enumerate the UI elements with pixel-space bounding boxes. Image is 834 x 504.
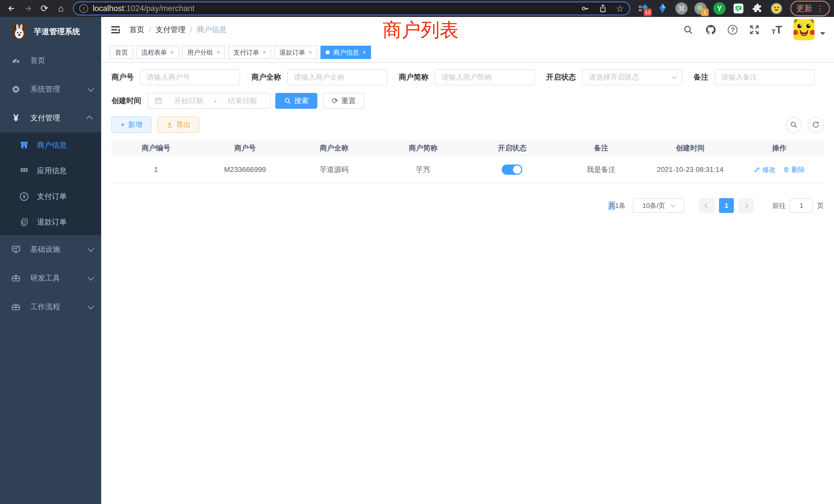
show-search-button[interactable] bbox=[786, 117, 802, 133]
merchant-table: 商户编号 商户号 商户全称 商户简称 开启状态 备注 创建时间 操作 1 M23… bbox=[111, 140, 824, 183]
search-button[interactable]: 搜索 bbox=[275, 93, 317, 109]
app-logo-row[interactable]: 芋道管理系统 bbox=[0, 17, 101, 46]
filter-label: 开启状态 bbox=[546, 72, 576, 83]
site-info-icon[interactable]: i bbox=[79, 4, 88, 13]
refresh-table-button[interactable] bbox=[808, 117, 824, 133]
breadcrumb-current: 商户信息 bbox=[197, 25, 226, 35]
tag-label: 流程表单 bbox=[141, 48, 167, 57]
remark-input[interactable] bbox=[721, 73, 808, 81]
extension-status-icon[interactable]: 1 bbox=[694, 2, 707, 15]
export-button[interactable]: 导出 bbox=[157, 116, 199, 133]
filter-label: 备注 bbox=[694, 72, 708, 83]
font-size-icon[interactable]: TT bbox=[771, 24, 782, 36]
tag-close-icon[interactable]: × bbox=[171, 49, 174, 56]
merchant-no-input[interactable] bbox=[147, 73, 234, 81]
breadcrumb-home[interactable]: 首页 bbox=[129, 25, 144, 35]
tag-home[interactable]: 首页 bbox=[110, 46, 133, 59]
header-search-icon[interactable] bbox=[682, 24, 694, 36]
address-bar[interactable]: i localhost :1024/pay/merchant ☆ bbox=[73, 2, 630, 16]
sidebar-item-merchant-info[interactable]: 商户信息 bbox=[0, 132, 101, 158]
col-header: 操作 bbox=[734, 143, 824, 153]
browser-menu-icon[interactable]: ⋮ bbox=[816, 4, 824, 13]
tag-process-form[interactable]: 流程表单 × bbox=[136, 46, 179, 59]
status-toggle[interactable] bbox=[502, 164, 522, 175]
chevron-down-icon bbox=[88, 85, 94, 92]
password-key-icon[interactable] bbox=[580, 4, 590, 13]
prev-page-button[interactable] bbox=[699, 198, 715, 213]
start-date-placeholder[interactable]: 开始日期 bbox=[167, 96, 210, 106]
user-avatar[interactable] bbox=[793, 19, 814, 40]
sidebar-item-workflow[interactable]: 工作流程 bbox=[0, 293, 101, 321]
total-prefix: 共 bbox=[609, 201, 615, 210]
avatar-caret-icon[interactable] bbox=[820, 32, 825, 35]
reset-button[interactable]: ⟳ 重置 bbox=[323, 93, 364, 109]
app-title: 芋道管理系统 bbox=[34, 26, 80, 37]
extension-diamond-icon[interactable]: 10 bbox=[637, 2, 650, 15]
fullscreen-icon[interactable] bbox=[749, 24, 760, 36]
sidebar-item-system[interactable]: 系统管理 bbox=[0, 75, 101, 104]
tag-pay-order[interactable]: 支付订单 × bbox=[228, 46, 271, 59]
cell-create-time: 2021-10-23 08:31:14 bbox=[646, 165, 735, 174]
col-header: 创建时间 bbox=[646, 143, 735, 153]
browser-back-button[interactable] bbox=[4, 1, 19, 16]
sidebar-item-label: 首页 bbox=[30, 55, 45, 66]
sidebar-item-refund-order[interactable]: 退款订单 bbox=[0, 209, 101, 235]
page-size-select[interactable]: 10条/页 bbox=[633, 198, 684, 213]
sidebar-pay-submenu: 商户信息 应用信息 ¥ 支付订单 退款订单 bbox=[0, 132, 101, 235]
short-name-input[interactable] bbox=[441, 73, 528, 81]
share-icon[interactable] bbox=[598, 4, 607, 13]
tags-view-bar: 首页 流程表单 × 用户分组 × 支付订单 × 退款订单 × 商户信息 × bbox=[101, 43, 834, 63]
profile-emoji-icon[interactable] bbox=[770, 2, 783, 15]
browser-refresh-button[interactable]: ⟳ bbox=[37, 1, 52, 16]
extension-y-icon[interactable]: Y bbox=[713, 2, 726, 15]
sidebar-item-pay-order[interactable]: ¥ 支付订单 bbox=[0, 184, 101, 209]
total-suffix: 条 bbox=[619, 201, 626, 210]
extension-chat-icon[interactable] bbox=[732, 2, 745, 15]
browser-home-button[interactable]: ⌂ bbox=[53, 1, 68, 16]
tag-close-icon[interactable]: × bbox=[263, 49, 266, 56]
goto-page-input[interactable] bbox=[790, 198, 813, 213]
extension-command-icon[interactable]: ⌘ bbox=[675, 2, 688, 15]
browser-update-button[interactable]: 更新 ⋮ bbox=[790, 1, 830, 16]
active-dot bbox=[326, 50, 330, 54]
tag-close-icon[interactable]: × bbox=[309, 49, 312, 56]
sidebar-item-app-info[interactable]: 应用信息 bbox=[0, 158, 101, 184]
add-button[interactable]: + 新增 bbox=[111, 116, 151, 133]
tag-close-icon[interactable]: × bbox=[363, 49, 366, 56]
extensions-puzzle-icon[interactable] bbox=[751, 2, 764, 15]
delete-label: 删除 bbox=[792, 165, 805, 174]
sidebar-item-devtools[interactable]: 研发工具 bbox=[0, 264, 101, 293]
sidebar-item-home[interactable]: 首页 bbox=[0, 46, 101, 75]
page-number-1[interactable]: 1 bbox=[719, 198, 734, 213]
delete-link[interactable]: 删除 bbox=[783, 165, 805, 174]
sidebar-item-pay[interactable]: ¥ 支付管理 bbox=[0, 104, 101, 132]
date-range-picker[interactable]: 开始日期 - 结束日期 bbox=[147, 93, 271, 109]
edit-link[interactable]: 修改 bbox=[754, 165, 776, 174]
sidebar-item-label: 支付管理 bbox=[30, 113, 60, 123]
extension-badge: 1 bbox=[701, 8, 709, 16]
help-icon[interactable]: ? bbox=[728, 25, 738, 35]
github-icon[interactable] bbox=[705, 24, 717, 36]
monitor-chart-icon bbox=[10, 244, 22, 255]
tag-refund-order[interactable]: 退款订单 × bbox=[274, 46, 317, 59]
tag-close-icon[interactable]: × bbox=[217, 49, 220, 56]
next-page-button[interactable] bbox=[738, 198, 754, 213]
hamburger-icon[interactable] bbox=[110, 24, 121, 36]
sidebar-item-infra[interactable]: 基础设施 bbox=[0, 235, 101, 264]
end-date-placeholder[interactable]: 结束日期 bbox=[221, 96, 264, 106]
full-name-input[interactable] bbox=[294, 73, 381, 81]
tag-merchant-info[interactable]: 商户信息 × bbox=[321, 46, 371, 59]
filter-merchant-no: 商户号 bbox=[111, 69, 240, 85]
bookmark-star-icon[interactable]: ☆ bbox=[616, 3, 624, 14]
tag-user-group[interactable]: 用户分组 × bbox=[182, 46, 225, 59]
col-header: 备注 bbox=[557, 143, 646, 153]
status-select[interactable]: 请选择开启状态 bbox=[582, 69, 682, 85]
breadcrumb-pay[interactable]: 支付管理 bbox=[156, 25, 185, 35]
page-content: 商户号 商户全称 商户简称 开启状态 请选择开启状态 bbox=[101, 63, 834, 504]
cell-merchant-no: M233666999 bbox=[200, 165, 290, 174]
filter-label: 商户全称 bbox=[251, 72, 281, 83]
browser-forward-button[interactable] bbox=[21, 1, 36, 16]
extension-kite-icon[interactable] bbox=[656, 2, 669, 15]
chevron-down-icon bbox=[88, 303, 94, 309]
sidebar-item-label: 支付订单 bbox=[37, 191, 67, 202]
